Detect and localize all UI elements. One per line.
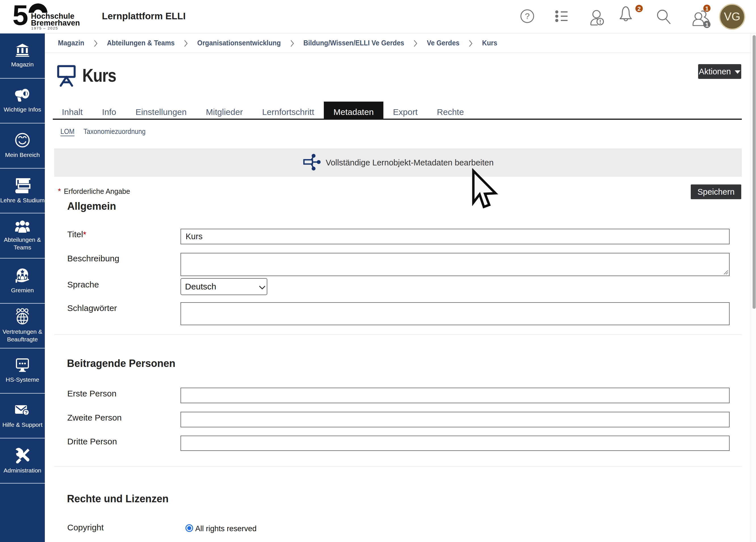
svg-text:?: ?: [25, 410, 28, 415]
svg-text:1975 – 2025: 1975 – 2025: [31, 26, 58, 30]
svg-text:1: 1: [705, 5, 709, 12]
svg-text:VG: VG: [724, 10, 740, 23]
svg-text:2: 2: [637, 5, 641, 12]
svg-text:?: ?: [525, 11, 530, 21]
svg-text:5: 5: [12, 0, 28, 31]
svg-text:1: 1: [705, 21, 709, 28]
